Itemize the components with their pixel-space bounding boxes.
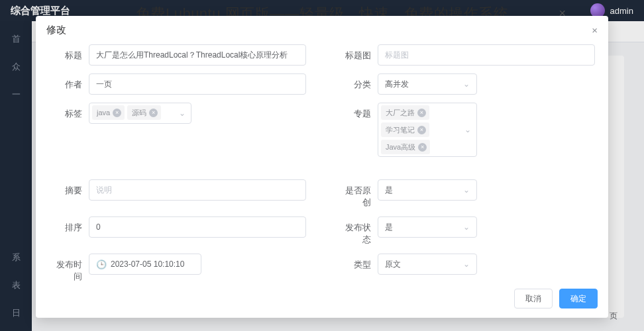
author-input[interactable] <box>89 73 306 95</box>
tag-remove-icon[interactable]: × <box>417 109 426 117</box>
label-type: 类型 <box>338 254 378 271</box>
title-input[interactable] <box>89 44 306 66</box>
pub-time-input[interactable]: 🕒 <box>89 254 201 275</box>
tag-item: 源码× <box>127 105 161 120</box>
topic-item: 学习笔记× <box>381 122 429 137</box>
modal-overlay: 修改 × 标题 标题图 <box>0 0 644 331</box>
summary-input[interactable] <box>89 179 306 201</box>
confirm-button[interactable]: 确定 <box>559 289 598 308</box>
tags-select[interactable]: java× 源码× ⌄ <box>89 103 191 124</box>
order-input[interactable] <box>89 216 306 238</box>
modal-title: 修改 <box>46 24 66 36</box>
title-img-input[interactable] <box>378 44 595 66</box>
pub-status-select[interactable]: 是 ⌄ <box>378 216 477 238</box>
tag-remove-icon[interactable]: × <box>113 109 121 117</box>
label-summary: 摘要 <box>49 179 89 197</box>
cancel-button[interactable]: 取消 <box>514 289 553 308</box>
type-select[interactable]: 原文 ⌄ <box>378 254 477 275</box>
label-tags: 标签 <box>49 103 89 120</box>
label-original: 是否原创 <box>338 179 378 209</box>
label-category: 分类 <box>338 73 378 91</box>
label-pub-time: 发布时间 <box>49 254 89 282</box>
close-icon[interactable]: × <box>592 24 598 36</box>
chevron-down-icon: ⌄ <box>464 125 471 134</box>
chevron-down-icon: ⌄ <box>463 79 470 89</box>
clock-icon: 🕒 <box>96 260 107 269</box>
topic-item: 大厂之路× <box>381 105 429 120</box>
tag-remove-icon[interactable]: × <box>418 143 427 152</box>
label-title: 标题 <box>49 44 89 62</box>
chevron-down-icon: ⌄ <box>179 109 186 118</box>
label-pub-status: 发布状态 <box>338 216 378 246</box>
tag-remove-icon[interactable]: × <box>149 109 158 117</box>
chevron-down-icon: ⌄ <box>463 185 470 195</box>
topic-item: Java高级× <box>381 140 430 154</box>
label-topics: 专题 <box>338 103 378 120</box>
label-title-img: 标题图 <box>338 44 378 62</box>
tag-remove-icon[interactable]: × <box>417 126 426 134</box>
edit-modal: 修改 × 标题 标题图 <box>36 16 608 318</box>
original-select[interactable]: 是 ⌄ <box>378 179 477 201</box>
chevron-down-icon: ⌄ <box>463 260 470 269</box>
category-select[interactable]: 高并发 ⌄ <box>378 73 477 95</box>
topics-select[interactable]: 大厂之路× 学习笔记× Java高级× ⌄ <box>378 103 477 157</box>
label-author: 作者 <box>49 73 89 91</box>
label-order: 排序 <box>49 216 89 234</box>
tag-item: java× <box>92 105 125 120</box>
chevron-down-icon: ⌄ <box>463 222 470 232</box>
